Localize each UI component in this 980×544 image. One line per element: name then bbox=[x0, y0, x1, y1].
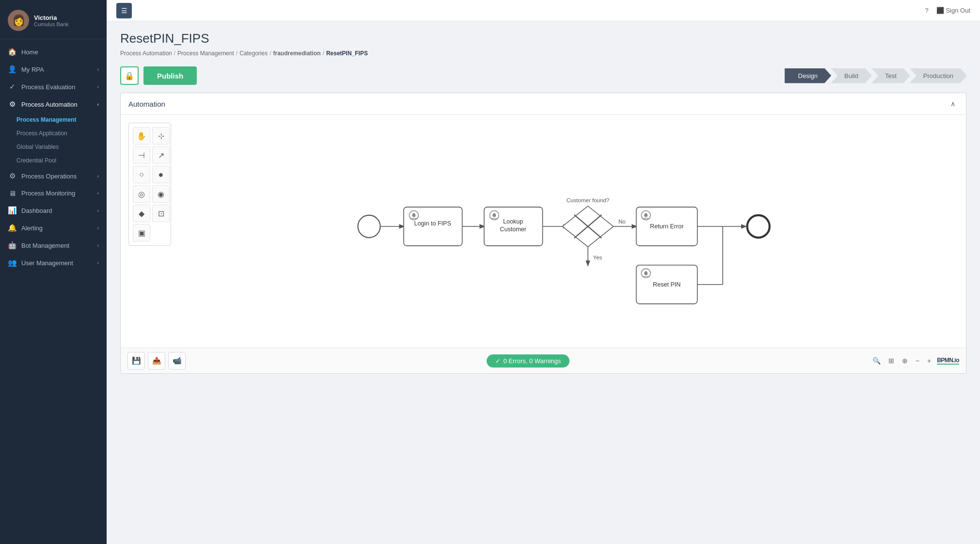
toolbar-left: 🔒 Publish bbox=[120, 66, 197, 85]
sidebar-item-process-evaluation[interactable]: ✓ Process Evaluation ‹ bbox=[0, 78, 107, 96]
stage-tabs: Design Build Test Production bbox=[785, 68, 966, 83]
tool-split[interactable]: ⊣ bbox=[133, 146, 150, 164]
process-ops-icon: ⚙ bbox=[8, 172, 16, 180]
end-event[interactable] bbox=[747, 215, 770, 238]
tab-build[interactable]: Build bbox=[831, 68, 872, 83]
chevron-icon: ‹ bbox=[97, 84, 99, 90]
main-content: ☰ ? ⬛ Sign Out ResetPIN_FIPS Process Aut… bbox=[107, 0, 980, 544]
user-mgmt-icon: 👥 bbox=[8, 258, 16, 267]
automation-title: Automation bbox=[128, 100, 165, 108]
zoom-in-button[interactable]: + bbox=[925, 355, 933, 367]
tool-circle-left[interactable]: ◎ bbox=[133, 185, 150, 203]
chevron-icon: ‹ bbox=[97, 260, 99, 266]
breadcrumb: Process Automation / Process Management … bbox=[120, 50, 966, 57]
svg-text:Lookup: Lookup bbox=[503, 218, 523, 225]
publish-button[interactable]: Publish bbox=[143, 66, 197, 85]
svg-text:No: No bbox=[618, 219, 626, 224]
save-button[interactable]: 💾 bbox=[127, 352, 145, 369]
camera-button[interactable]: 📹 bbox=[168, 352, 186, 369]
sidebar-nav: 🏠 Home 👤 My RPA ‹ ✓ Process Evaluation ‹… bbox=[0, 39, 107, 544]
tool-palette: ✋ ⊹ ⊣ ↗ ○ ● ◎ ◉ ◆ ⊡ ▣ bbox=[128, 123, 171, 246]
footer-right: 🔍 ⊞ ⊕ − + BPMN.io bbox=[870, 355, 959, 367]
tool-user-task[interactable]: ⊡ bbox=[152, 205, 170, 222]
tab-design[interactable]: Design bbox=[785, 68, 831, 83]
lock-button[interactable]: 🔒 bbox=[120, 66, 139, 85]
sidebar-item-myrpa[interactable]: 👤 My RPA ‹ bbox=[0, 61, 107, 78]
breadcrumb-categories[interactable]: Categories bbox=[239, 50, 268, 57]
tool-hand[interactable]: ✋ bbox=[133, 127, 150, 144]
signout-button[interactable]: ⬛ Sign Out bbox=[936, 7, 970, 14]
sidebar-item-global-variables[interactable]: Global Variables bbox=[16, 140, 107, 154]
page-title: ResetPIN_FIPS bbox=[120, 31, 966, 46]
status-label: 0 Errors, 0 Warnings bbox=[504, 357, 561, 365]
bot-icon: 🤖 bbox=[8, 241, 16, 250]
chevron-icon: ‹ bbox=[97, 102, 99, 107]
footer-left: 💾 📤 📹 bbox=[127, 352, 186, 369]
automation-header: Automation ∧ bbox=[121, 93, 966, 115]
zoom-out-button[interactable]: − bbox=[914, 355, 921, 367]
help-button[interactable]: ? bbox=[925, 7, 929, 14]
chevron-icon: ‹ bbox=[97, 191, 99, 196]
start-event[interactable] bbox=[358, 215, 380, 238]
collapse-button[interactable]: ∧ bbox=[948, 99, 958, 109]
sidebar-item-process-application[interactable]: Process Application bbox=[16, 127, 107, 140]
tool-circle-double[interactable]: ◉ bbox=[152, 185, 170, 203]
tool-select[interactable]: ⊹ bbox=[152, 127, 170, 144]
bpmn-diagram-svg: Login to FIPS Lookup Customer bbox=[121, 115, 966, 338]
sidebar-item-bot-management[interactable]: 🤖 Bot Management ‹ bbox=[0, 237, 107, 254]
user-name: Victoria bbox=[34, 14, 69, 21]
myrpa-icon: 👤 bbox=[8, 65, 16, 74]
status-badge: ✓ 0 Errors, 0 Warnings bbox=[487, 354, 570, 368]
center-button[interactable]: ⊕ bbox=[900, 355, 910, 367]
tab-production[interactable]: Production bbox=[910, 68, 967, 83]
signout-icon: ⬛ bbox=[936, 7, 944, 14]
avatar: 👩 bbox=[8, 10, 29, 31]
breadcrumb-process-automation[interactable]: Process Automation bbox=[120, 50, 172, 57]
hamburger-button[interactable]: ☰ bbox=[116, 3, 132, 18]
alerting-icon: 🔔 bbox=[8, 224, 16, 232]
chevron-icon: ‹ bbox=[97, 174, 99, 179]
svg-text:Login to FIPS: Login to FIPS bbox=[414, 220, 451, 227]
breadcrumb-sep: / bbox=[174, 50, 175, 57]
sidebar-item-process-monitoring[interactable]: 🖥 Process Monitoring ‹ bbox=[0, 185, 107, 202]
canvas-footer: 💾 📤 📹 ✓ 0 Errors, 0 Warnings 🔍 ⊞ ⊕ − + B… bbox=[121, 348, 966, 373]
sidebar-item-user-management[interactable]: 👥 User Management ‹ bbox=[0, 254, 107, 272]
bpmn-logo: BPMN.io bbox=[937, 357, 959, 365]
automation-panel: Automation ∧ ✋ ⊹ ⊣ ↗ ○ ● ◎ ◉ ◆ ⊡ ▣ bbox=[120, 93, 966, 374]
breadcrumb-sep: / bbox=[236, 50, 237, 57]
chevron-icon: ‹ bbox=[97, 225, 99, 231]
sidebar-item-process-management[interactable]: Process Management bbox=[16, 113, 107, 127]
sidebar-item-credential-pool[interactable]: Credential Pool bbox=[16, 154, 107, 167]
sidebar-item-dashboard[interactable]: 📊 Dashboard ‹ bbox=[0, 202, 107, 219]
process-automation-submenu: Process Management Process Application G… bbox=[0, 113, 107, 167]
sidebar-item-process-automation[interactable]: ⚙ Process Automation ‹ bbox=[0, 96, 107, 113]
sidebar-item-home[interactable]: 🏠 Home bbox=[0, 43, 107, 61]
bpmn-canvas[interactable]: ✋ ⊹ ⊣ ↗ ○ ● ◎ ◉ ◆ ⊡ ▣ bbox=[121, 115, 966, 348]
sidebar-item-alerting[interactable]: 🔔 Alerting ‹ bbox=[0, 219, 107, 237]
tool-connect[interactable]: ↗ bbox=[152, 146, 170, 164]
sidebar-item-process-operations[interactable]: ⚙ Process Operations ‹ bbox=[0, 167, 107, 185]
process-auto-icon: ⚙ bbox=[8, 100, 16, 109]
tool-circle-fill[interactable]: ● bbox=[152, 166, 170, 183]
status-check-icon: ✓ bbox=[495, 357, 501, 365]
dashboard-icon: 📊 bbox=[8, 206, 16, 215]
process-eval-icon: ✓ bbox=[8, 82, 16, 91]
tool-diamond[interactable]: ◆ bbox=[133, 205, 150, 222]
sidebar: 👩 Victoria Cumulus Bank 🏠 Home 👤 My RPA … bbox=[0, 0, 107, 544]
grid-button[interactable]: ⊞ bbox=[886, 355, 896, 367]
tool-circle-empty[interactable]: ○ bbox=[133, 166, 150, 183]
home-icon: 🏠 bbox=[8, 48, 16, 56]
breadcrumb-fraudremediation[interactable]: fraudremediation bbox=[273, 50, 321, 57]
breadcrumb-process-management[interactable]: Process Management bbox=[177, 50, 234, 57]
breadcrumb-sep: / bbox=[269, 50, 271, 57]
tab-test[interactable]: Test bbox=[871, 68, 910, 83]
user-profile[interactable]: 👩 Victoria Cumulus Bank bbox=[0, 0, 107, 39]
svg-text:Return Error: Return Error bbox=[650, 223, 683, 230]
search-button[interactable]: 🔍 bbox=[870, 355, 883, 367]
tool-script-task[interactable]: ▣ bbox=[133, 224, 150, 241]
svg-text:Yes: Yes bbox=[593, 255, 602, 260]
export-button[interactable]: 📤 bbox=[148, 352, 165, 369]
page-content: ResetPIN_FIPS Process Automation / Proce… bbox=[107, 21, 980, 544]
svg-text:Customer: Customer bbox=[500, 226, 526, 233]
svg-text:Reset PIN: Reset PIN bbox=[653, 281, 680, 288]
